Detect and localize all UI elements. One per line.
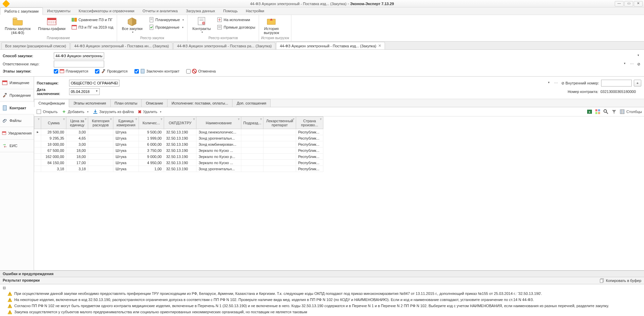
ribbon-tab-tools[interactable]: Инструменты (43, 7, 75, 15)
app-window: 44-ФЗ Аукцион электронный - Поставка изд… (0, 0, 644, 316)
table-row[interactable]: 67 500,0018,00Штука3 750,0032.50.13.190З… (34, 147, 323, 154)
pz-pg-2019-button[interactable]: ПЗ и ПГ на 2019 год (70, 24, 115, 31)
filter-icon[interactable] (611, 109, 617, 114)
col-header[interactable]: Лекарственный препарат▼ (263, 117, 296, 129)
sidetab-notifications[interactable]: Уведомления (0, 127, 34, 140)
sidetab-notice[interactable]: Извещение (0, 77, 34, 89)
ribbon-tab-purchases[interactable]: Работа с закупками (0, 7, 43, 15)
svg-rect-34 (37, 110, 41, 114)
add-button[interactable]: ＋ Добавить (62, 109, 88, 115)
content-area: Извещение Проведение Контракт Файлы Увед… (0, 77, 644, 270)
subtab-spec[interactable]: Спецификации (34, 99, 69, 107)
search-icon[interactable] (603, 109, 609, 114)
on-execution-button[interactable]: На исполнении (215, 16, 257, 23)
maximize-button[interactable]: ▭ (624, 1, 633, 6)
subtab-desc[interactable]: Описание (141, 99, 167, 107)
table-row[interactable]: 162 000,0018,00Штука9 000,0032.50.13.190… (34, 154, 323, 160)
supplier-label: Поставщик: (37, 81, 69, 85)
plans-44fz-button[interactable]: Планы закупок (44-ФЗ) (2, 16, 33, 35)
svg-point-17 (202, 22, 205, 25)
table-row[interactable]: 3,183,18Штука1,0032.50.13.190Зонд уроген… (34, 166, 323, 172)
supplier-more-icon[interactable]: ⋯ (553, 80, 559, 86)
done-button[interactable]: Проведенные (147, 24, 186, 31)
supplier-select[interactable] (69, 80, 119, 86)
doctab-2[interactable]: 44-ФЗ Аукцион электронный - Поставка ра.… (173, 42, 275, 49)
plan-schedules-button[interactable]: Планы-графики (35, 16, 68, 31)
ribbon-tab-classifiers[interactable]: Классификаторы и справочники (75, 7, 139, 15)
sidetab-files[interactable]: Файлы (0, 114, 34, 127)
svg-line-27 (193, 70, 196, 73)
col-header[interactable]: Подразд...▼ (241, 117, 263, 129)
col-header[interactable]: Страна произво...▼ (296, 117, 323, 129)
direct-contracts-button[interactable]: Прямые договоры (215, 24, 257, 31)
sidetab-contract[interactable]: Контракт (0, 102, 34, 114)
subtab-payplan[interactable]: План оплаты (110, 99, 142, 107)
spec-grid[interactable]: ▼Сумма▼Цена за единицу▼Категория расходо… (34, 116, 644, 270)
load-from-file-button[interactable]: Загрузить из файла (93, 109, 134, 114)
errors-tree-toggle[interactable]: ⊟ (1, 285, 643, 291)
sidetab-eis[interactable]: ЕИС (0, 140, 34, 152)
responsible-select[interactable] (54, 61, 104, 67)
warning-item[interactable]: Согласно ПП РФ N 102 не могут быть предм… (1, 303, 643, 309)
svg-rect-47 (600, 279, 603, 283)
table-row[interactable]: 18 000,003,00Штука6 000,0032.50.13.190Зо… (34, 141, 323, 147)
stage-cancelled-checkbox[interactable]: Отменена (186, 69, 216, 74)
table-row[interactable]: 84 150,0017,00Штука4 950,0032.50.13.190З… (34, 160, 323, 166)
columns-button[interactable]: Столбцы (619, 109, 642, 114)
stage-contract-checkbox[interactable]: Заключен контракт (134, 69, 179, 74)
history-icon (266, 16, 277, 26)
col-header[interactable]: Количес...▼ (139, 117, 164, 129)
ribbon-tab-help[interactable]: Помощь (219, 7, 242, 15)
method-select[interactable] (54, 52, 104, 59)
open-button[interactable]: Открыть (36, 109, 58, 114)
table-row[interactable]: 9 295,354,65Штука1 999,0032.50.13.190Зон… (34, 135, 323, 141)
minimize-button[interactable]: — (615, 1, 624, 6)
subtab-exec[interactable]: Исполнение: поставки, оплаты... (167, 99, 232, 107)
exec-icon (217, 17, 222, 22)
subtab-addagree[interactable]: Доп. соглашения (232, 99, 271, 107)
contract-number-value: 03213000365180000 (600, 90, 641, 94)
col-header[interactable]: Наименование▼ (196, 117, 241, 129)
grid-layout-icon[interactable] (595, 109, 600, 114)
excel-icon[interactable]: x (587, 109, 592, 114)
purchase-form: Способ закупки: Ответственное лицо: ⋯ ⊘ … (0, 50, 644, 77)
export-history-button[interactable]: История выгрузок (261, 16, 282, 35)
warning-item[interactable]: Закупка осуществляется у субъектов малог… (1, 309, 643, 315)
warning-item[interactable]: При осуществлении данной закупки необход… (1, 291, 643, 297)
col-header[interactable]: ОКПД2/КТРУ▼ (164, 117, 196, 129)
table-row[interactable]: ▸28 500,003,00Штука9 500,0032.50.13.190З… (34, 129, 323, 135)
subtab-stages[interactable]: Этапы исполнения (69, 99, 110, 107)
supplier-clear-icon[interactable]: ⊘ (560, 80, 565, 86)
col-header[interactable]: Категория расходов▼ (88, 117, 113, 129)
warning-item[interactable]: На некоторые изделия, включенные в код 3… (1, 297, 643, 303)
close-button[interactable]: ✕ (634, 1, 643, 6)
col-header[interactable]: Сумма▼ (41, 117, 66, 129)
clear-icon[interactable]: ⊘ (636, 61, 641, 67)
svg-text:x: x (589, 110, 591, 114)
delete-button[interactable]: ✖ Удалить (138, 109, 161, 114)
all-purchases-button[interactable]: Все закупки (119, 16, 145, 34)
ribbon-tab-settings[interactable]: Настройки (242, 7, 268, 15)
more-icon[interactable]: ⋯ (629, 61, 634, 67)
copy-to-clipboard-button[interactable]: Копировать в буфер (600, 278, 641, 283)
col-header[interactable]: ▼ (34, 117, 41, 129)
add-internal-number-button[interactable]: + (634, 80, 641, 86)
stage-running-checkbox[interactable]: Проводится (95, 69, 128, 74)
stage-planned-checkbox[interactable]: Планируется (54, 69, 88, 74)
col-header[interactable]: Единица измерения▼ (113, 117, 139, 129)
ribbon-tab-dataload[interactable]: Загрузка данных (182, 7, 219, 15)
doctab-close-icon[interactable]: ✕ (378, 44, 381, 48)
sidetab-run[interactable]: Проведение (0, 89, 34, 102)
warning-icon (7, 304, 12, 309)
planned-button[interactable]: Планируемые (147, 16, 186, 23)
doctab-all[interactable]: Все закупки (расширенный список) (1, 42, 70, 49)
compare-pz-pg-button[interactable]: Сравнение ПЗ и ПГ (70, 16, 115, 23)
contracts-button[interactable]: Контракты (190, 16, 213, 34)
doctab-1[interactable]: 44-ФЗ Аукцион электронный - Поставка ин.… (70, 42, 173, 49)
col-header[interactable]: Цена за единицу▼ (66, 117, 88, 129)
internal-number-input[interactable] (601, 80, 632, 86)
doctab-3[interactable]: 44-ФЗ Аукцион электронный - Поставка изд… (276, 42, 385, 49)
hammer-icon (101, 69, 106, 74)
contract-date-picker[interactable] (69, 88, 100, 95)
ribbon-tab-reports[interactable]: Отчеты и аналитика (139, 7, 182, 15)
